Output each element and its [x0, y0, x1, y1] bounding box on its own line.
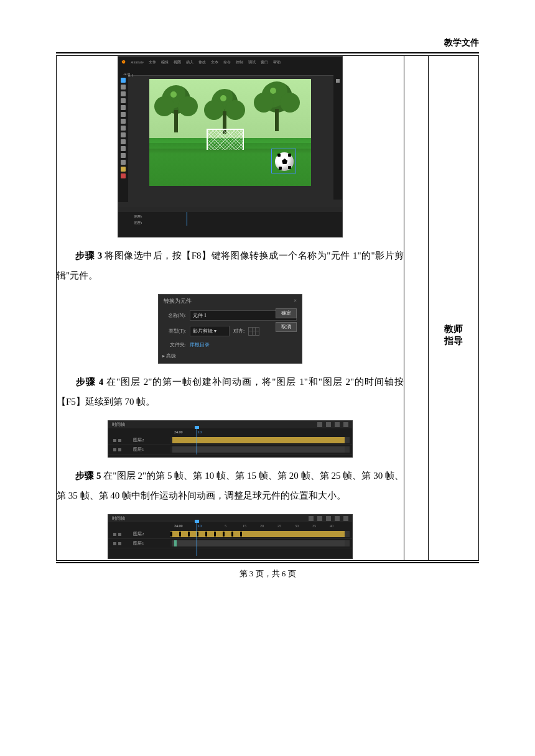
- ruler-tick: 40: [330, 524, 333, 528]
- dialog-folder-link: 库根目录: [190, 341, 210, 348]
- layer2-label: 图层2: [133, 531, 144, 537]
- playhead-icon: [187, 212, 187, 226]
- ok-button: 确定: [276, 308, 297, 318]
- fps-label: 24.00: [174, 524, 183, 528]
- timeline-btn-icon: [309, 516, 314, 521]
- step4-text: 在"图层 2"的第一帧创建补间动画，将"图层 1"和"图层 2"的时间轴按【F5…: [57, 377, 404, 407]
- middle-empty-cell: [404, 56, 429, 560]
- convert-to-symbol-dialog: 转换为元件 × 名称(N): 元件 1 类型(T): 影片剪辑 ▾ 对齐:: [158, 294, 302, 364]
- step3-label: 步骤 3: [75, 251, 102, 260]
- menu-edit: 编辑: [161, 60, 169, 65]
- menu-control: 控制: [236, 60, 243, 65]
- tree-graphic: [162, 85, 190, 114]
- timeline-ruler: 24.00 10: [108, 428, 352, 436]
- step4-paragraph: 步骤 4 在"图层 2"的第一帧创建补间动画，将"图层 1"和"图层 2"的时间…: [57, 372, 404, 412]
- tree-graphic: [261, 81, 292, 113]
- tool-icon: [121, 119, 126, 124]
- tool-icon: [121, 139, 126, 144]
- dialog-type-select: 影片剪辑 ▾: [190, 326, 230, 336]
- timeline-btn-icon: [335, 516, 340, 521]
- animate-timeline-panel: 图层2 图层1: [118, 207, 342, 237]
- timeline-layer-row: 图层1: [108, 539, 352, 548]
- tool-icon: [121, 132, 126, 137]
- selection-tool-icon: [121, 78, 126, 83]
- dialog-type-label: 类型(T):: [164, 328, 186, 334]
- ruler-tick: 25: [277, 524, 281, 528]
- tool-icon: [121, 98, 126, 103]
- tool-icon: [121, 112, 126, 117]
- logo-icon: 🅐: [122, 60, 126, 64]
- menu-help: 帮助: [273, 60, 281, 65]
- teacher-note-cell: 教师 指导: [428, 56, 478, 560]
- cancel-button: 取消: [276, 322, 297, 332]
- tool-icon: [121, 146, 126, 151]
- layer2-label: 图层2: [133, 437, 144, 443]
- timeline-btn-icon: [317, 516, 322, 521]
- ruler-tick: 20: [260, 524, 264, 528]
- teacher-note-text: 指导: [444, 336, 463, 346]
- timeline-btn-icon: [317, 422, 322, 427]
- dialog-align-label: 对齐:: [233, 328, 244, 334]
- timeline-btn-icon: [326, 516, 331, 521]
- goal-graphic: [207, 129, 244, 150]
- step4-label: 步骤 4: [75, 377, 103, 387]
- animate-canvas: [149, 79, 311, 186]
- menu-view: 视图: [174, 60, 181, 65]
- layer1-label: 图层1: [133, 540, 144, 546]
- layer1-label: 图层1: [133, 446, 144, 453]
- page-number: 第 3 页，共 6 页: [56, 568, 479, 579]
- timeline-layer-row: 图层2: [108, 436, 352, 445]
- step3-paragraph: 步骤 3 将图像选中后，按【F8】键将图像转换成一个名称为"元件 1"的"影片剪…: [57, 246, 404, 285]
- tool-icon: [121, 126, 126, 131]
- tree-graphic: [212, 89, 238, 115]
- main-content-cell: 🅐 Animate 文件 编辑 视图 插入 修改 文本 命令 控制 调试 窗口 …: [57, 56, 404, 560]
- content-table: 🅐 Animate 文件 编辑 视图 插入 修改 文本 命令 控制 调试 窗口 …: [56, 56, 479, 560]
- document-type-header: 教学文件: [56, 37, 479, 48]
- tool-icon: [121, 153, 126, 158]
- fps-label: 24.00: [174, 430, 183, 434]
- soccer-ball-graphic: [275, 152, 294, 171]
- swatch-red-icon: [121, 173, 126, 178]
- timeline-layer-row: 图层1: [118, 219, 342, 226]
- animate-tools-panel: [118, 75, 128, 202]
- playhead-icon: [197, 428, 197, 454]
- header-rule-thick: [56, 52, 479, 53]
- footer-rule-thick: [56, 562, 479, 563]
- timeline-btn-icon: [343, 422, 348, 427]
- timeline-btn-icon: [335, 422, 340, 427]
- ruler-tick: 5: [225, 524, 226, 528]
- dialog-name-label: 名称(N):: [164, 312, 186, 319]
- menu-command: 命令: [223, 60, 231, 65]
- menu-text: 文本: [211, 60, 218, 65]
- tool-icon: [121, 85, 126, 90]
- timeline-screenshot-1: 时间轴 24.00 10 图层2: [108, 420, 353, 458]
- timeline-btn-icon: [326, 422, 331, 427]
- ruler-tick: 35: [312, 524, 316, 528]
- menu-insert: 插入: [186, 60, 193, 65]
- tool-icon: [121, 160, 126, 165]
- align-grid-icon: [248, 327, 259, 336]
- animate-menubar: 🅐 Animate 文件 编辑 视图 插入 修改 文本 命令 控制 调试 窗口 …: [118, 57, 342, 68]
- frame-marker: 10: [198, 430, 202, 434]
- step5-label: 步骤 5: [75, 471, 101, 481]
- dialog-folder-label: 文件夹:: [164, 341, 186, 348]
- dialog-title: 转换为元件: [164, 297, 192, 305]
- timeline-layer-row: 图层2: [108, 530, 352, 539]
- swatch-yellow-icon: [121, 167, 126, 172]
- timeline-btn-icon: [343, 516, 348, 521]
- step3-text: 将图像选中后，按【F8】键将图像转换成一个名称为"元件 1"的"影片剪辑"元件。: [57, 251, 404, 280]
- close-icon: ×: [294, 297, 297, 305]
- timeline-screenshot-2: 时间轴 24.00 10 5 15: [108, 514, 353, 559]
- timeline-tab: 时间轴: [112, 422, 125, 428]
- menu-file: 文件: [149, 60, 156, 65]
- menu-debug: 调试: [248, 60, 256, 65]
- animate-scene-bar: 场景 1: [118, 68, 342, 76]
- tool-icon: [121, 91, 126, 96]
- menu-window: 窗口: [261, 60, 268, 65]
- ruler-tick: 30: [295, 524, 299, 528]
- ruler-tick: 15: [243, 524, 246, 528]
- footer-rule-thin: [56, 560, 479, 561]
- advanced-toggle: ▸ 高级: [162, 353, 176, 359]
- timeline-ruler: 24.00 10 5 15 20 25 30 35 40: [108, 522, 352, 530]
- step5-text: 在"图层 2"的第 5 帧、第 10 帧、第 15 帧、第 20 帧、第 25 …: [57, 471, 404, 500]
